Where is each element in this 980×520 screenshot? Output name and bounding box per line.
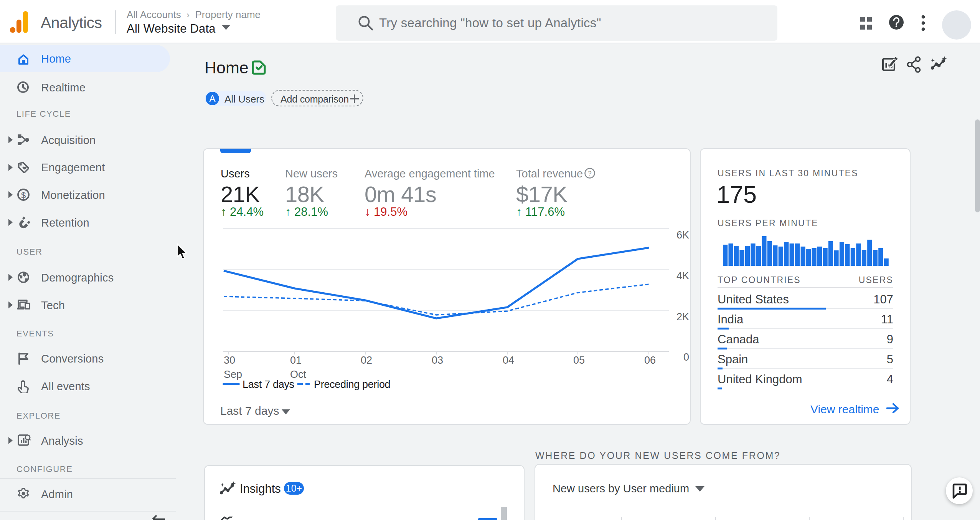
svg-text:$: $ (21, 190, 26, 200)
svg-text:6K: 6K (676, 229, 689, 241)
svg-text:01: 01 (290, 354, 302, 366)
svg-text:03: 03 (432, 354, 443, 366)
svg-text:Preceding period: Preceding period (314, 379, 390, 390)
svg-text:2K: 2K (676, 311, 689, 323)
svg-text:Last 7 days: Last 7 days (243, 379, 294, 390)
svg-text:02: 02 (361, 354, 372, 366)
svg-text:06: 06 (644, 354, 656, 366)
svg-text:30: 30 (224, 354, 235, 366)
svg-text:05: 05 (573, 354, 585, 366)
svg-text:Last 7 days: Last 7 days (220, 404, 279, 417)
svg-text:Sep: Sep (224, 369, 242, 380)
svg-text:0: 0 (683, 351, 689, 363)
svg-text:04: 04 (503, 354, 514, 366)
